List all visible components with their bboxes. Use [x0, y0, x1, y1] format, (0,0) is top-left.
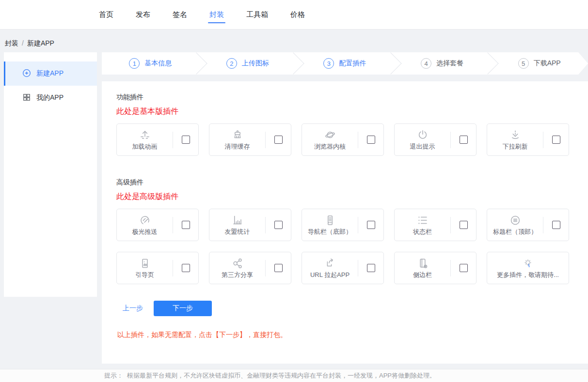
- plugin-card-main: 状态栏: [395, 214, 450, 236]
- plugin-card-main: 引导页: [117, 257, 173, 279]
- plugin-checkbox-umeng-stats[interactable]: [274, 221, 283, 229]
- plugin-label: 极光推送: [132, 228, 158, 236]
- plugin-label: 清理缓存: [225, 142, 250, 151]
- step-number: 1: [129, 58, 140, 69]
- prev-step-link[interactable]: 上一步: [123, 304, 143, 313]
- plugin-card-main: 加载动画: [117, 128, 173, 151]
- plugin-card-titlebar-top[interactable]: 标题栏（顶部）: [487, 209, 569, 241]
- plugin-label: 引导页: [135, 271, 154, 279]
- plugin-checkbox-statusbar[interactable]: [460, 221, 468, 229]
- main-nav: 首页发布签名封装工具箱价格: [99, 0, 327, 29]
- checkbox-zone: [358, 136, 383, 144]
- breadcrumb-section[interactable]: 封装: [5, 39, 18, 47]
- sidebar: 新建APP我的APP: [4, 52, 97, 297]
- plugin-card-main: 更多插件，敬请期待...: [487, 257, 569, 279]
- breadcrumb-current: 新建APP: [27, 39, 54, 47]
- plugin-label: 第三方分享: [222, 271, 253, 279]
- plugin-card-main: 极光推送: [117, 214, 173, 236]
- loading-animation-icon: [139, 128, 151, 141]
- plugin-card-navbar-bottom[interactable]: 导航栏（底部）: [302, 209, 384, 241]
- plugin-card-exit-prompt[interactable]: 退出提示: [394, 123, 477, 156]
- step-choose-plan[interactable]: 4选择套餐: [394, 52, 491, 75]
- nav-item-home[interactable]: 首页: [99, 0, 113, 29]
- plugin-card-clean-cache[interactable]: 清理缓存: [209, 123, 291, 156]
- pull-refresh-icon: [509, 128, 522, 141]
- share-icon: [231, 257, 244, 270]
- main-panel: 1基本信息2上传图标3配置插件4选择套餐5下载APP 功能插件此处是基本版插件加…: [102, 52, 588, 364]
- top-nav: 首页发布签名封装工具箱价格: [0, 0, 588, 30]
- section-title: 功能插件: [116, 93, 573, 102]
- nav-item-sign[interactable]: 签名: [173, 0, 187, 29]
- plugin-sections: 功能插件此处是基本版插件加载动画清理缓存浏览器内核退出提示下拉刷新高级插件此处是…: [116, 93, 573, 284]
- plugin-card-sidebar-panel[interactable]: 侧边栏: [394, 252, 477, 284]
- plugin-checkbox-sidebar-panel[interactable]: [460, 264, 468, 272]
- plugin-label: 标题栏（顶部）: [493, 228, 537, 236]
- url-launch-icon: [324, 257, 336, 270]
- plugin-card-url-launch[interactable]: URL 拉起APP: [302, 252, 384, 284]
- sidebar-item-new-app[interactable]: 新建APP: [4, 61, 97, 86]
- plugin-checkbox-third-party-share[interactable]: [274, 264, 283, 272]
- plugin-checkbox-pull-refresh[interactable]: [552, 136, 560, 144]
- plugin-card-jpush[interactable]: 极光推送: [116, 209, 199, 241]
- checkbox-zone: [173, 221, 198, 229]
- plugin-card-pull-refresh[interactable]: 下拉刷新: [487, 123, 569, 156]
- checkbox-zone: [451, 221, 476, 229]
- umeng-stats-icon: [231, 214, 244, 227]
- plugin-card-main: 侧边栏: [395, 257, 450, 279]
- section-note: 此处是高级版插件: [116, 192, 573, 202]
- plugin-checkbox-clean-cache[interactable]: [274, 136, 283, 144]
- plugin-checkbox-url-launch[interactable]: [367, 264, 375, 272]
- next-step-button[interactable]: 下一步: [154, 301, 212, 316]
- plugin-checkbox-guide-page[interactable]: [182, 264, 190, 272]
- nav-item-publish[interactable]: 发布: [136, 0, 150, 29]
- plugin-card-main: URL 拉起APP: [302, 257, 358, 279]
- plugin-card-main: 导航栏（底部）: [302, 214, 358, 236]
- titlebar-top-icon: [509, 214, 522, 227]
- plugin-card-third-party-share[interactable]: 第三方分享: [209, 252, 291, 284]
- checkbox-zone: [451, 136, 476, 144]
- plugin-card-more-plugins[interactable]: 更多插件，敬请期待...: [487, 252, 569, 284]
- checkbox-zone: [543, 136, 569, 144]
- step-label: 选择套餐: [436, 59, 463, 68]
- actions-row: 上一步 下一步: [116, 301, 573, 316]
- exit-prompt-icon: [416, 128, 429, 141]
- step-basic-info[interactable]: 1基本信息: [102, 52, 199, 75]
- step-upload-icon[interactable]: 2上传图标: [199, 52, 297, 75]
- plugin-checkbox-browser-kernel[interactable]: [367, 136, 375, 144]
- jpush-icon: [139, 214, 151, 227]
- plugin-card-main: 浏览器内核: [302, 128, 358, 151]
- nav-item-price[interactable]: 价格: [290, 0, 305, 29]
- step-download-app[interactable]: 5下载APP: [491, 52, 588, 75]
- plugin-card-main: 标题栏（顶部）: [487, 214, 543, 236]
- plugin-checkbox-exit-prompt[interactable]: [460, 136, 468, 144]
- plugin-card-umeng-stats[interactable]: 友盟统计: [209, 209, 291, 241]
- checkbox-zone: [543, 221, 569, 229]
- plugin-section-1: 功能插件此处是基本版插件加载动画清理缓存浏览器内核退出提示下拉刷新: [116, 93, 573, 156]
- checkbox-zone: [358, 221, 383, 229]
- plugin-card-main: 清理缓存: [209, 128, 265, 151]
- checkbox-zone: [358, 264, 383, 272]
- checkbox-zone: [266, 264, 291, 272]
- sidebar-item-my-app[interactable]: 我的APP: [4, 86, 97, 110]
- plugin-card-browser-kernel[interactable]: 浏览器内核: [302, 123, 384, 156]
- step-label: 配置插件: [339, 59, 366, 68]
- plugin-checkbox-jpush[interactable]: [182, 221, 190, 229]
- plugin-checkbox-titlebar-top[interactable]: [552, 221, 560, 229]
- clean-cache-icon: [231, 128, 244, 141]
- breadcrumb: 封装/新建APP: [0, 30, 588, 48]
- plugin-card-guide-page[interactable]: 引导页: [116, 252, 199, 284]
- nav-item-package[interactable]: 封装: [209, 0, 224, 29]
- step-number: 2: [226, 58, 237, 69]
- plugin-card-loading-animation[interactable]: 加载动画: [116, 123, 199, 156]
- plugin-card-statusbar[interactable]: 状态栏: [394, 209, 477, 241]
- plugin-checkbox-navbar-bottom[interactable]: [367, 221, 375, 229]
- content-card: 功能插件此处是基本版插件加载动画清理缓存浏览器内核退出提示下拉刷新高级插件此处是…: [102, 81, 588, 364]
- plugin-card-main: 第三方分享: [209, 257, 265, 279]
- step-config-plugins[interactable]: 3配置插件: [296, 52, 394, 75]
- footer-tip-text: 根据最新平台规则，不允许区块链虚拟币、金融理财类等违规内容在平台封装，一经发现，…: [127, 372, 436, 379]
- nav-item-toolbox[interactable]: 工具箱: [246, 0, 268, 29]
- navbar-bottom-icon: [324, 214, 336, 227]
- sidebar-plugin-icon: [416, 257, 429, 270]
- plugin-checkbox-loading-animation[interactable]: [182, 136, 190, 144]
- browser-kernel-icon: [324, 128, 336, 141]
